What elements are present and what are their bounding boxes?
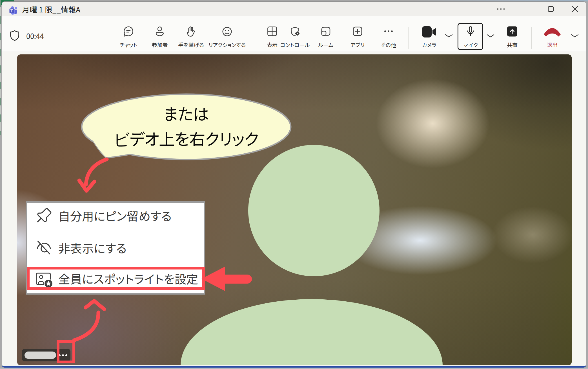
desktop-bottom-strip (0, 368, 588, 369)
toolbar-react-button[interactable]: リアクションする (203, 25, 251, 48)
teams-logo-icon (9, 6, 18, 15)
toolbar-leave-button[interactable]: 退出 (528, 25, 576, 48)
participant-silhouette-body (181, 299, 443, 365)
video-stage: 自分用にピン留めする 非表示にする 全員にスポットライトを設定 または ビデオ上… (17, 54, 572, 365)
pin-icon (37, 204, 54, 227)
meeting-timer: 00:44 (26, 32, 83, 40)
meeting-toolbar: 00:44 チャット 参加者 手を挙げる リアクションする 表示 コントロール … (2, 16, 586, 52)
curved-arrow-more-to-menu (74, 301, 104, 340)
highlight-square-tile-more (57, 340, 75, 363)
desktop: { "window": { "title": "月曜 1 限__情報A", "c… (0, 0, 588, 369)
teams-meeting-window: 月曜 1 限__情報A 00:44 チャット 参加者 手を挙げる リアクションす… (2, 1, 586, 368)
window-minimize-button[interactable] (519, 3, 532, 15)
window-close-button[interactable] (569, 3, 582, 15)
menu-item-pin[interactable]: 自分用にピン留めする (28, 200, 202, 231)
leave-chevron-icon[interactable] (571, 34, 579, 37)
curved-arrow-bubble-to-menu (79, 159, 107, 191)
window-maximize-button[interactable] (544, 3, 557, 15)
titlebar: 月曜 1 限__情報A (2, 2, 586, 16)
participant-name-redacted (25, 352, 56, 359)
arrow-pointing-spotlight-item (201, 267, 252, 291)
meeting-info-shield-icon[interactable] (8, 29, 21, 45)
window-more-button[interactable] (494, 3, 507, 15)
speech-bubble (82, 94, 291, 160)
menu-item-hide[interactable]: 非表示にする (28, 233, 202, 263)
background-window-edge (0, 0, 1, 135)
eye-off-icon (37, 238, 54, 258)
leave-call-icon (528, 25, 576, 39)
react-icon (203, 25, 251, 39)
window-title: 月曜 1 限__情報A (22, 2, 80, 16)
participant-silhouette-head (248, 145, 380, 276)
speech-bubble-text: または ビデオ上を右クリック (79, 101, 293, 151)
bubble-line1: または (79, 101, 293, 126)
bubble-line2: ビデオ上を右クリック (79, 126, 293, 151)
highlight-rectangle-spotlight (27, 267, 205, 290)
